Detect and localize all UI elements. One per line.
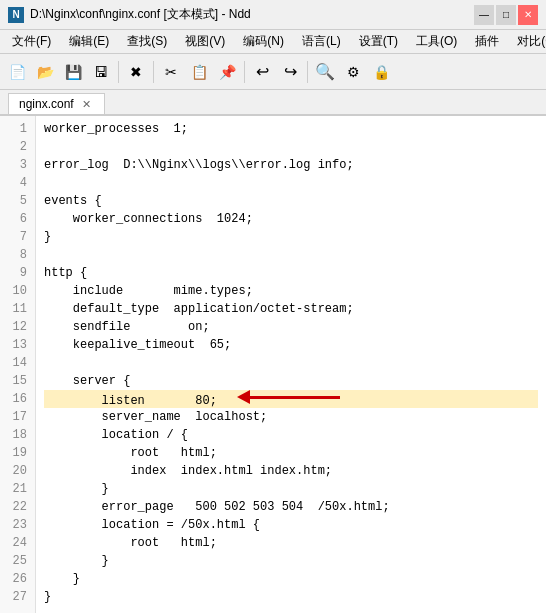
line-number: 18 [0,426,35,444]
code-line[interactable]: location / { [44,426,538,444]
toolbar-sep-2 [153,61,154,83]
line-number: 11 [0,300,35,318]
code-area[interactable]: worker_processes 1;error_log D:\\Nginx\\… [36,116,546,613]
menu-tools[interactable]: 工具(O) [408,31,465,52]
code-line[interactable]: events { [44,192,538,210]
line-number: 1 [0,120,35,138]
line-number: 16 [0,390,35,408]
toolbar-sep-4 [307,61,308,83]
line-numbers: 1234567891011121314151617181920212223242… [0,116,36,613]
maximize-button[interactable]: □ [496,5,516,25]
line-number: 22 [0,498,35,516]
code-text: listen 80; [44,394,217,408]
code-line[interactable]: } [44,552,538,570]
line-number: 5 [0,192,35,210]
line-number: 23 [0,516,35,534]
code-line[interactable]: server_name localhost; [44,408,538,426]
new-button[interactable]: 📄 [4,59,30,85]
arrow-line [250,396,340,399]
code-line[interactable]: } [44,480,538,498]
extra-btn2[interactable]: 🔒 [368,59,394,85]
app-icon: N [8,7,24,23]
code-line[interactable] [44,138,538,156]
line-number: 15 [0,372,35,390]
menu-view[interactable]: 视图(V) [177,31,233,52]
line-number: 2 [0,138,35,156]
undo-button[interactable]: ↩ [249,59,275,85]
line-number: 14 [0,354,35,372]
code-line[interactable]: worker_connections 1024; [44,210,538,228]
line-number: 20 [0,462,35,480]
find-button[interactable]: 🔍 [312,59,338,85]
line-number: 24 [0,534,35,552]
code-line[interactable]: sendfile on; [44,318,538,336]
line-number: 3 [0,156,35,174]
code-line[interactable]: error_log D:\\Nginx\\logs\\error.log inf… [44,156,538,174]
code-line[interactable]: listen 80; [44,390,538,408]
redo-button[interactable]: ↪ [277,59,303,85]
line-number: 13 [0,336,35,354]
cut-button[interactable]: ✂ [158,59,184,85]
open-button[interactable]: 📂 [32,59,58,85]
code-line[interactable]: } [44,588,538,606]
title-bar: N D:\Nginx\conf\nginx.conf [文本模式] - Ndd … [0,0,546,30]
line-number: 19 [0,444,35,462]
code-line[interactable]: location = /50x.html { [44,516,538,534]
menu-file[interactable]: 文件(F) [4,31,59,52]
extra-btn1[interactable]: ⚙ [340,59,366,85]
window-title: D:\Nginx\conf\nginx.conf [文本模式] - Ndd [30,6,474,23]
close-doc-button[interactable]: ✖ [123,59,149,85]
tab-nginx-conf[interactable]: nginx.conf ✕ [8,93,105,114]
copy-button[interactable]: 📋 [186,59,212,85]
code-line[interactable]: default_type application/octet-stream; [44,300,538,318]
line-number: 21 [0,480,35,498]
line-number: 7 [0,228,35,246]
line-number: 9 [0,264,35,282]
menu-settings[interactable]: 设置(T) [351,31,406,52]
code-line[interactable] [44,354,538,372]
menu-edit[interactable]: 编辑(E) [61,31,117,52]
line-number: 10 [0,282,35,300]
window-controls[interactable]: — □ ✕ [474,5,538,25]
code-line[interactable]: http { [44,264,538,282]
toolbar-sep-1 [118,61,119,83]
line-number: 4 [0,174,35,192]
code-line[interactable]: include mime.types; [44,282,538,300]
arrow-indicator [237,390,340,404]
code-line[interactable] [44,246,538,264]
code-line[interactable]: server { [44,372,538,390]
menu-plugins[interactable]: 插件 [467,31,507,52]
code-line[interactable]: error_page 500 502 503 504 /50x.html; [44,498,538,516]
arrow-head-icon [237,390,250,404]
tab-bar: nginx.conf ✕ [0,90,546,116]
menu-compare[interactable]: 对比(C) [509,31,546,52]
code-line[interactable]: index index.html index.htm; [44,462,538,480]
menu-encode[interactable]: 编码(N) [235,31,292,52]
minimize-button[interactable]: — [474,5,494,25]
code-line[interactable]: keepalive_timeout 65; [44,336,538,354]
line-number: 27 [0,588,35,606]
save-all-button[interactable]: 🖫 [88,59,114,85]
code-line[interactable]: } [44,228,538,246]
paste-button[interactable]: 📌 [214,59,240,85]
menu-find[interactable]: 查找(S) [119,31,175,52]
tab-close-button[interactable]: ✕ [80,97,94,111]
save-button[interactable]: 💾 [60,59,86,85]
line-number: 8 [0,246,35,264]
line-number: 26 [0,570,35,588]
close-button[interactable]: ✕ [518,5,538,25]
code-line[interactable]: } [44,570,538,588]
tab-label: nginx.conf [19,97,74,111]
editor[interactable]: 1234567891011121314151617181920212223242… [0,116,546,613]
code-line[interactable] [44,174,538,192]
code-line[interactable]: root html; [44,534,538,552]
toolbar-sep-3 [244,61,245,83]
line-number: 17 [0,408,35,426]
menu-lang[interactable]: 语言(L) [294,31,349,52]
line-number: 12 [0,318,35,336]
code-line[interactable]: worker_processes 1; [44,120,538,138]
line-number: 25 [0,552,35,570]
toolbar: 📄 📂 💾 🖫 ✖ ✂ 📋 📌 ↩ ↪ 🔍 ⚙ 🔒 [0,54,546,90]
menu-bar: 文件(F) 编辑(E) 查找(S) 视图(V) 编码(N) 语言(L) 设置(T… [0,30,546,54]
code-line[interactable]: root html; [44,444,538,462]
